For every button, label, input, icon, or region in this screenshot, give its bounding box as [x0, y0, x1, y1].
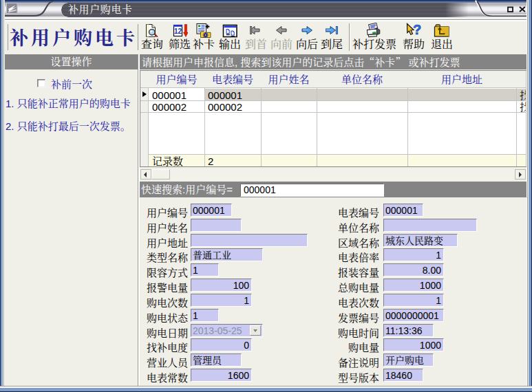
svg-text:12: 12 — [174, 28, 182, 35]
